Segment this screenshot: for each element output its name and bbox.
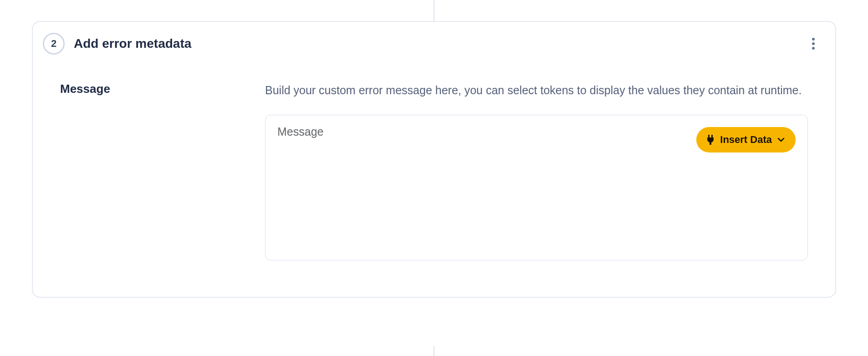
step-title: Add error metadata: [74, 36, 805, 51]
field-content-column: Build your custom error message here, yo…: [265, 82, 808, 260]
kebab-icon: [812, 37, 815, 50]
insert-data-label: Insert Data: [720, 134, 772, 146]
flow-connector-top: [434, 0, 434, 21]
insert-data-button[interactable]: Insert Data: [696, 127, 796, 153]
message-field-help: Build your custom error message here, yo…: [265, 82, 808, 99]
step-number: 2: [51, 38, 56, 50]
svg-rect-3: [708, 135, 710, 137]
step-body: Message Build your custom error message …: [33, 55, 835, 260]
svg-rect-4: [711, 135, 713, 137]
step-options-button[interactable]: [805, 36, 822, 52]
message-field-label: Message: [60, 82, 265, 96]
svg-point-0: [812, 38, 815, 41]
step-number-badge: 2: [43, 33, 65, 55]
svg-point-2: [812, 47, 815, 50]
field-label-column: Message: [60, 82, 265, 260]
step-panel: 2 Add error metadata Message Build your …: [32, 21, 836, 298]
plug-icon: [706, 135, 715, 145]
flow-connector-bottom: [434, 346, 434, 356]
message-textarea-shell: Message Insert Data: [265, 115, 808, 260]
svg-point-1: [812, 42, 815, 45]
chevron-down-icon: [777, 137, 785, 142]
step-header: 2 Add error metadata: [33, 33, 835, 55]
